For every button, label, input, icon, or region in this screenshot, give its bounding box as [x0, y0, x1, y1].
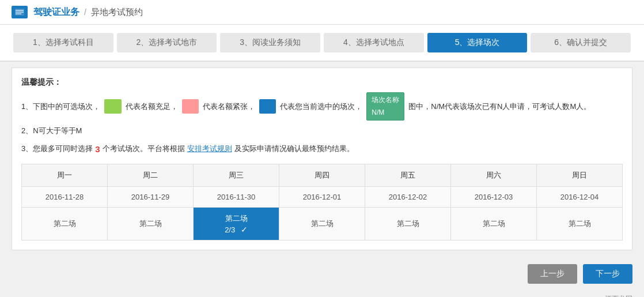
warn1-text5: 图中，N/M代表该场次已有N人申请，可考试人数M人。: [408, 100, 591, 113]
date-sun: 2016-12-04: [537, 186, 623, 207]
warn1-text2: 代表名额充足，: [126, 100, 178, 113]
warning-item-2: 2、N可大于等于M: [21, 124, 623, 137]
col-header-mon: 周一: [22, 164, 108, 186]
service-icon: [12, 6, 28, 18]
check-icon: ✓: [241, 225, 248, 234]
step-1[interactable]: 1、选择考试科目: [13, 33, 113, 52]
warn3-middle: 个考试场次。平台将根据: [103, 142, 185, 155]
date-sat: 2016-12-03: [451, 186, 537, 207]
warn2-text: 2、N可大于等于M: [21, 124, 82, 137]
slot-wed-ratio: 2/3 ✓: [197, 225, 275, 234]
legend-blue: [259, 99, 276, 114]
date-row: 2016-11-28 2016-11-29 2016-11-30 2016-12…: [22, 186, 623, 207]
breadcrumb-sep: /: [84, 7, 86, 17]
date-thu: 2016-12-01: [279, 186, 365, 207]
footer-brand: 江西龙网: [605, 295, 632, 297]
col-header-thu: 周四: [279, 164, 365, 186]
col-header-sun: 周日: [537, 164, 623, 186]
date-tue: 2016-11-29: [108, 186, 194, 207]
date-wed: 2016-11-30: [194, 186, 279, 207]
slot-tue[interactable]: 第二场: [108, 207, 194, 240]
prev-button[interactable]: 上一步: [528, 264, 577, 284]
warn1-text1: 1、下图中的可选场次，: [21, 100, 100, 113]
legend-green: [104, 99, 121, 114]
warn1-text3: 代表名额紧张，: [203, 100, 255, 113]
steps-bar: 1、选择考试科目 2、选择考试地市 3、阅读业务须知 4、选择考试地点 5、选择…: [0, 25, 644, 62]
slot-thu[interactable]: 第二场: [279, 207, 365, 240]
step-2[interactable]: 2、选择考试地市: [117, 33, 217, 52]
service-title: 驾驶证业务: [33, 6, 79, 18]
page-subtitle: 异地考试预约: [91, 7, 143, 18]
slot-fri[interactable]: 第二场: [365, 207, 451, 240]
date-mon: 2016-11-28: [22, 186, 108, 207]
schedule-table: 周一 周二 周三 周四 周五 周六 周日 2016-11-28 2016-11-…: [21, 164, 623, 240]
exam-rule-link[interactable]: 安排考试规则: [187, 142, 232, 155]
slot-sun[interactable]: 第二场: [537, 207, 623, 240]
header: 驾驶证业务 / 异地考试预约: [0, 0, 644, 25]
warning-title: 温馨提示：: [21, 77, 623, 88]
legend-pink: [182, 99, 199, 114]
step-6[interactable]: 6、确认并提交: [531, 33, 631, 52]
date-fri: 2016-12-02: [365, 186, 451, 207]
warn1-text4: 代表您当前选中的场次，: [280, 100, 362, 113]
col-header-sat: 周六: [451, 164, 537, 186]
step-4[interactable]: 4、选择考试地点: [324, 33, 424, 52]
warn3-before: 3、您最多可同时选择: [21, 142, 93, 155]
warn3-after: 及实际申请情况确认最终预约结果。: [234, 142, 354, 155]
slot-row: 第二场 第二场 第二场 2/3 ✓ 第二场 第二场 第二场 第二场: [22, 207, 623, 240]
warn3-num: 3: [95, 141, 100, 157]
slot-wed-selected[interactable]: 第二场 2/3 ✓: [194, 207, 279, 240]
legend-nm: 场次名称N/M: [366, 92, 404, 121]
main-content: 温馨提示： 1、下图中的可选场次， 代表名额充足， 代表名额紧张， 代表您当前选…: [12, 67, 632, 250]
col-header-tue: 周二: [108, 164, 194, 186]
slot-wed-name: 第二场: [197, 213, 275, 224]
col-header-fri: 周五: [365, 164, 451, 186]
slot-mon[interactable]: 第二场: [22, 207, 108, 240]
bottom-bar: 上一步 下一步: [0, 256, 644, 292]
col-header-wed: 周三: [194, 164, 279, 186]
step-3[interactable]: 3、阅读业务须知: [220, 33, 320, 52]
slot-sat[interactable]: 第二场: [451, 207, 537, 240]
footer: 江西龙网: [0, 292, 644, 297]
warning-item-1: 1、下图中的可选场次， 代表名额充足， 代表名额紧张， 代表您当前选中的场次， …: [21, 92, 623, 121]
table-header-row: 周一 周二 周三 周四 周五 周六 周日: [22, 164, 623, 186]
next-button[interactable]: 下一步: [583, 264, 632, 284]
warning-item-3: 3、您最多可同时选择 3 个考试场次。平台将根据 安排考试规则 及实际申请情况确…: [21, 141, 623, 157]
step-5[interactable]: 5、选择场次: [427, 33, 528, 52]
